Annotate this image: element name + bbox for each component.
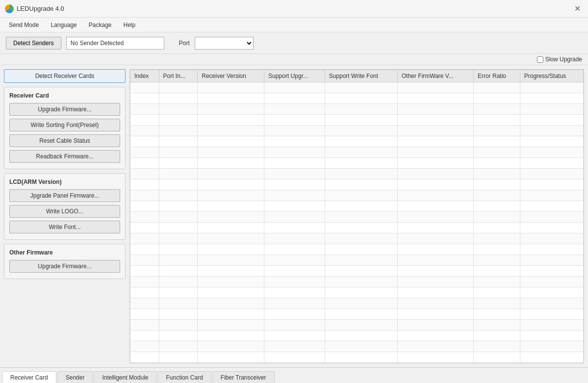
table-row [130, 212, 584, 223]
table-cell [159, 277, 198, 287]
table-cell [397, 147, 473, 158]
lcd-arm-group: LCD(ARM Version) Jpgrade Panel Firmware.… [4, 173, 126, 240]
table-cell [474, 126, 520, 136]
table-cell [397, 201, 473, 212]
table-cell [159, 223, 198, 233]
upgrade-firmware-button[interactable]: Upgrade Firmware... [9, 103, 120, 116]
table-cell [520, 82, 583, 93]
tab-fiber-transceiver[interactable]: Fiber Transceiver [212, 371, 275, 383]
menu-help[interactable]: Help [118, 20, 140, 30]
col-support-write-font: Support Write Font [325, 70, 397, 82]
table-cell [474, 266, 520, 277]
table-cell [325, 255, 397, 266]
table-cell [264, 341, 325, 352]
table-header-row: Index Port In... Receiver Version Suppor… [130, 70, 584, 82]
table-cell [130, 169, 159, 179]
table-cell [264, 212, 325, 223]
table-cell [264, 82, 325, 93]
table-cell [474, 223, 520, 233]
tab-sender[interactable]: Sender [57, 371, 93, 383]
table-row [130, 266, 584, 277]
table-cell [130, 277, 159, 287]
table-row [130, 169, 584, 179]
table-body [130, 82, 584, 363]
tab-function-card[interactable]: Function Card [157, 371, 211, 383]
table-cell [130, 201, 159, 212]
table-cell [520, 169, 583, 179]
table-row [130, 179, 584, 190]
readback-firmware-button[interactable]: Readback Firmware... [9, 150, 120, 163]
table-cell [325, 190, 397, 201]
tab-intelligent-module[interactable]: Intelligent Module [94, 371, 156, 383]
col-receiver-version: Receiver Version [198, 70, 264, 82]
table-cell [325, 244, 397, 255]
table-cell [198, 136, 264, 147]
detect-senders-button[interactable]: Detect Senders [6, 37, 61, 50]
table-cell [474, 158, 520, 169]
table-cell [130, 115, 159, 126]
table-cell [520, 93, 583, 104]
table-cell [159, 233, 198, 244]
write-sorting-font-button[interactable]: Write Sorting Font(Preset) [9, 119, 120, 131]
table-cell [520, 115, 583, 126]
write-logo-button[interactable]: Write LOGO... [9, 205, 120, 218]
slow-upgrade-label[interactable]: Slow Upgrade [545, 56, 582, 63]
table-row [130, 82, 584, 93]
col-support-upgrade: Support Upgr... [264, 70, 325, 82]
tab-receiver-card[interactable]: Receiver Card [2, 371, 56, 383]
table-cell [474, 147, 520, 158]
table-row [130, 126, 584, 136]
table-cell [130, 104, 159, 115]
port-select[interactable] [195, 37, 254, 50]
sender-status-input[interactable] [66, 37, 164, 50]
toolbar: Detect Senders Port [0, 32, 588, 54]
title-bar: LEDUpgrade 4.0 ✕ [0, 0, 588, 18]
table-cell [520, 320, 583, 331]
table-cell [397, 309, 473, 320]
slow-upgrade-checkbox[interactable] [537, 56, 543, 63]
table-cell [198, 266, 264, 277]
table-cell [325, 136, 397, 147]
table-cell [325, 352, 397, 363]
right-panel: Index Port In... Receiver Version Suppor… [129, 69, 584, 363]
table-cell [198, 82, 264, 93]
table-cell [159, 190, 198, 201]
table-cell [397, 244, 473, 255]
menu-language[interactable]: Language [46, 20, 81, 30]
detect-receiver-cards-button[interactable]: Detect Receiver Cards [4, 69, 126, 83]
table-cell [474, 212, 520, 223]
table-row [130, 104, 584, 115]
table-cell [159, 136, 198, 147]
table-cell [397, 126, 473, 136]
table-cell [198, 115, 264, 126]
table-cell [198, 190, 264, 201]
table-cell [130, 158, 159, 169]
table-cell [325, 93, 397, 104]
table-cell [520, 126, 583, 136]
reset-cable-status-button[interactable]: Reset Cable Status [9, 134, 120, 147]
close-button[interactable]: ✕ [571, 3, 583, 15]
table-row [130, 331, 584, 341]
table-cell [198, 179, 264, 190]
table-cell [264, 352, 325, 363]
table-row [130, 244, 584, 255]
jpgrade-panel-firmware-button[interactable]: Jpgrade Panel Firmware... [9, 189, 120, 202]
other-upgrade-firmware-button[interactable]: Upgrade Firmware... [9, 260, 120, 273]
table-row [130, 341, 584, 352]
table-cell [397, 82, 473, 93]
write-font-button[interactable]: Write Font... [9, 221, 120, 233]
table-cell [325, 82, 397, 93]
table-cell [159, 82, 198, 93]
table-cell [325, 179, 397, 190]
receiver-card-title: Receiver Card [9, 92, 120, 99]
table-cell [198, 169, 264, 179]
title-bar-left: LEDUpgrade 4.0 [5, 4, 64, 13]
menu-package[interactable]: Package [84, 20, 117, 30]
col-other-firmware: Other FirmWare V... [397, 70, 473, 82]
table-cell [474, 320, 520, 331]
table-cell [520, 277, 583, 287]
table-cell [264, 277, 325, 287]
table-cell [198, 212, 264, 223]
table-cell [130, 212, 159, 223]
menu-send-mode[interactable]: Send Mode [4, 20, 44, 30]
